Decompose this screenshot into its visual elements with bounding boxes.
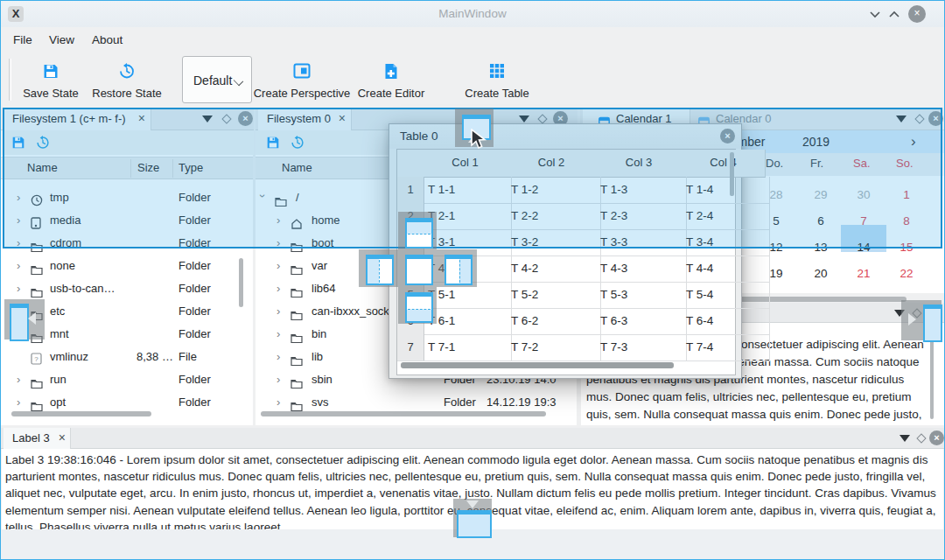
editor-icon [384, 63, 399, 82]
menu-file[interactable]: File [13, 27, 32, 53]
minimize-icon[interactable] [869, 10, 881, 18]
restore-state-button[interactable]: Restore State [87, 55, 167, 104]
window-close-icon[interactable]: × [908, 5, 926, 23]
table-cell[interactable]: T 7-1 [424, 334, 512, 361]
table-row[interactable]: ?vmlinuz8,38 …File [1, 346, 253, 368]
arrow-right-icon [908, 313, 916, 326]
arrow-left-icon [28, 312, 36, 325]
tab-label-3[interactable]: Label 3 × [4, 428, 71, 449]
save-state-button[interactable]: Save State [16, 55, 86, 104]
drop-icon-area-bottom [405, 292, 433, 323]
table-cell[interactable]: T 6-4 [682, 308, 770, 335]
fs0-hscrollbar[interactable] [261, 411, 546, 416]
maximize-icon[interactable] [888, 10, 900, 18]
perspective-dropdown-value: Default [193, 57, 232, 104]
calendar-day[interactable]: 22 [885, 261, 928, 287]
toolbar-separator [9, 59, 11, 101]
drop-icon-area-center [405, 255, 433, 285]
table0-hscrollbar[interactable] [401, 362, 674, 368]
drop-icon-area-left [366, 255, 394, 285]
fs1-hscrollbar[interactable] [11, 411, 151, 416]
panel-label-3: Label 3 × × Label 3 19:38:16:046 - Lorem… [1, 428, 944, 559]
create-table-label: Create Table [462, 87, 532, 100]
table-cell[interactable]: T 5-3 [596, 282, 687, 309]
mouse-cursor [469, 129, 488, 151]
table-cell[interactable]: T 6-1 [424, 308, 512, 335]
table-cell[interactable]: T 4-3 [596, 256, 687, 283]
label3-close-icon[interactable]: × [929, 430, 944, 445]
table-cell[interactable]: T 5-4 [682, 282, 770, 309]
chevron-down-icon [234, 76, 243, 86]
drop-icon-area-top [405, 218, 433, 248]
menu-view[interactable]: View [49, 27, 74, 53]
table-cell[interactable]: T 6-2 [507, 308, 601, 335]
tab-close-icon[interactable]: × [59, 428, 66, 451]
label3-tabbar: Label 3 × × [1, 428, 944, 449]
perspective-icon [293, 63, 311, 81]
save-state-label: Save State [16, 87, 86, 100]
table-cell[interactable]: T 4-2 [507, 256, 601, 283]
table-cell[interactable]: T 7-4 [682, 334, 770, 361]
main-window: X MainWindow × File View About Save Stat… [0, 0, 945, 560]
table-cell[interactable]: T 7-2 [507, 334, 601, 361]
table-icon [489, 63, 505, 81]
create-editor-button[interactable]: Create Editor [356, 55, 426, 104]
drop-icon-bottom [457, 510, 492, 538]
table-row[interactable]: ›usb-to-can…Folder [1, 277, 253, 300]
drop-icon-right [923, 304, 942, 342]
create-table-button[interactable]: Create Table [462, 55, 532, 104]
fs1-vscrollbar[interactable] [239, 258, 243, 307]
save-icon [43, 63, 60, 82]
table-cell[interactable]: T 5-2 [507, 282, 601, 309]
table-cell[interactable]: T 7-3 [596, 334, 687, 361]
calendar-day[interactable]: 20 [799, 261, 843, 287]
window-title: MainWindow [1, 1, 944, 27]
table-row[interactable]: ›noneFolder [1, 255, 253, 277]
row-header[interactable]: 7 [397, 334, 424, 361]
table-cell[interactable]: T 6-3 [596, 308, 687, 335]
svg-text:?: ? [34, 355, 38, 363]
text-vscrollbar[interactable] [930, 339, 934, 419]
arrow-down-icon [466, 500, 479, 508]
window-titlebar[interactable]: X MainWindow × [1, 1, 944, 27]
table-row[interactable]: ›runFolder [1, 368, 253, 391]
drop-icon-left [10, 304, 29, 341]
create-editor-label: Create Editor [356, 87, 426, 100]
menu-about[interactable]: About [92, 27, 122, 53]
tab-label-3-label: Label 3 [12, 428, 50, 449]
table-cell[interactable]: T 4-4 [682, 256, 770, 283]
create-perspective-button[interactable]: Create Perspective [253, 55, 351, 104]
restore-state-label: Restore State [87, 87, 167, 100]
label3-menu-icon[interactable] [900, 435, 910, 442]
label3-float-icon[interactable] [916, 433, 926, 443]
calendar-day[interactable]: 21 [842, 261, 886, 287]
drop-icon-area-right [444, 255, 472, 285]
create-perspective-label: Create Perspective [253, 87, 351, 100]
restore-icon [119, 63, 136, 82]
perspective-dropdown[interactable]: Default [182, 56, 252, 103]
